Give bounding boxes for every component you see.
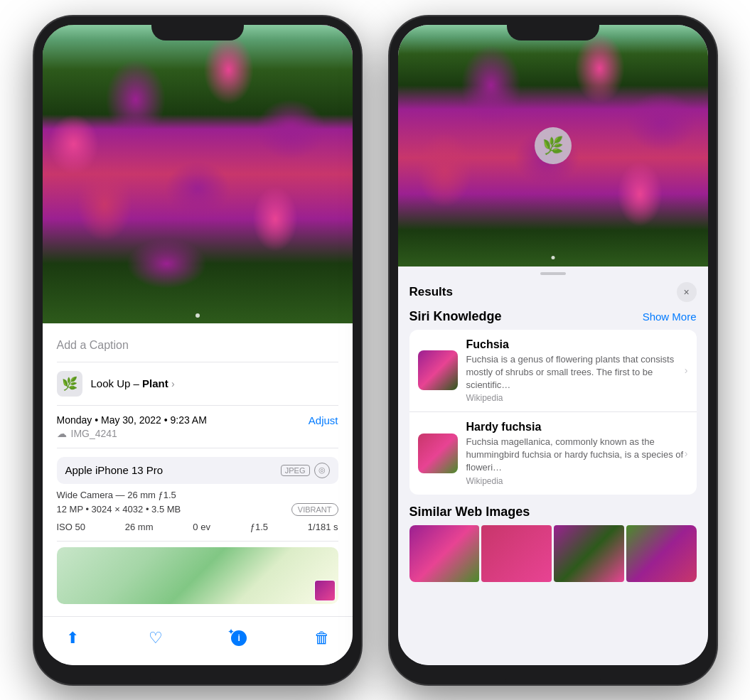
date-row: Monday • May 30, 2022 • 9:23 AM Adjust: [57, 414, 338, 426]
results-header: Results ×: [398, 278, 708, 309]
device-name: Apple iPhone 13 Pro: [65, 464, 164, 476]
visual-lookup-button[interactable]: 🌿: [535, 127, 572, 164]
results-panel: Results × Siri Knowledge Show More Fuchs…: [398, 266, 708, 665]
similar-images-grid: [409, 525, 697, 582]
flower-photo-2[interactable]: 🌿: [398, 25, 708, 266]
mp-specs: 12 MP • 3024 × 4032 • 3.5 MB: [57, 504, 181, 515]
hardy-fuchsia-name: Hardy fuchsia: [466, 421, 688, 434]
knowledge-card: Fuchsia Fuchsia is a genus of flowering …: [409, 330, 697, 495]
home-indicator-1: [150, 678, 245, 682]
similar-image-3[interactable]: [554, 525, 624, 582]
trash-icon: 🗑: [314, 629, 330, 647]
similar-image-1[interactable]: [409, 525, 480, 582]
hardy-fuchsia-chevron-icon: ›: [685, 448, 688, 459]
aperture-value: ƒ1.5: [250, 522, 268, 532]
photo-info-section: Add a Caption 🌿 Look Up – Plant › Monday…: [43, 323, 353, 616]
phone-1: Add a Caption 🌿 Look Up – Plant › Monday…: [34, 16, 361, 684]
results-content[interactable]: Siri Knowledge Show More Fuchsia Fuchsia…: [398, 309, 708, 665]
location-badge: ◎: [314, 463, 330, 478]
hardy-fuchsia-desc: Fuchsia magellanica, commonly known as t…: [466, 436, 688, 475]
lookup-plant-icon: 🌿: [57, 371, 82, 397]
lookup-subject: Plant: [142, 377, 168, 389]
phone-2-screen: 🌿 Results × Siri Knowledge Show More: [398, 25, 708, 665]
filename-text: IMG_4241: [71, 428, 117, 439]
show-more-button[interactable]: Show More: [643, 311, 697, 323]
close-icon: ×: [683, 286, 689, 298]
flower-photo-content: [43, 25, 353, 323]
close-button[interactable]: ×: [677, 282, 697, 302]
phone-2: 🌿 Results × Siri Knowledge Show More: [390, 16, 717, 684]
fuchsia-item[interactable]: Fuchsia Fuchsia is a genus of flowering …: [409, 330, 697, 413]
fuchsia-chevron-icon: ›: [685, 365, 688, 376]
info-button[interactable]: ✦ i: [226, 625, 252, 651]
adjust-button[interactable]: Adjust: [309, 414, 338, 426]
similar-section: Similar Web Images: [409, 505, 697, 582]
device-row: Apple iPhone 13 Pro JPEG ◎: [57, 457, 338, 484]
map-thumbnail: [314, 580, 336, 601]
focal-value: 26 mm: [125, 522, 154, 532]
lookup-row[interactable]: 🌿 Look Up – Plant ›: [57, 362, 338, 406]
device-badges: JPEG ◎: [281, 463, 330, 478]
ev-value: 0 ev: [193, 522, 210, 532]
lookup-label: Look Up – Plant ›: [91, 377, 175, 389]
vibrant-badge: VIBRANT: [291, 503, 338, 516]
similar-image-4[interactable]: [626, 525, 697, 582]
sparkle-icon: ✦: [227, 627, 235, 637]
share-icon: ⬆: [66, 629, 79, 647]
share-button[interactable]: ⬆: [60, 625, 85, 651]
similar-image-2[interactable]: [481, 525, 552, 582]
siri-section-title: Siri Knowledge: [409, 309, 502, 324]
results-title: Results: [409, 285, 453, 299]
page-dot: [195, 313, 200, 318]
leaf-icon: 🌿: [542, 136, 564, 156]
photo-date: Monday • May 30, 2022 • 9:23 AM: [57, 414, 207, 426]
similar-section-title: Similar Web Images: [409, 505, 697, 519]
metadata-section: Monday • May 30, 2022 • 9:23 AM Adjust ☁…: [57, 406, 338, 448]
format-badge: JPEG: [281, 465, 310, 476]
drag-handle[interactable]: [540, 272, 566, 275]
lookup-arrow: ›: [171, 378, 175, 389]
phone-1-screen: Add a Caption 🌿 Look Up – Plant › Monday…: [43, 25, 353, 665]
fuchsia-thumbnail: [418, 350, 458, 390]
hardy-fuchsia-thumbnail: [418, 434, 458, 473]
specs-row: 12 MP • 3024 × 4032 • 3.5 MB VIBRANT: [57, 503, 338, 516]
favorite-button[interactable]: ♡: [143, 625, 168, 651]
caption-input[interactable]: Add a Caption: [57, 333, 338, 362]
bottom-toolbar: ⬆ ♡ ✦ i 🗑: [43, 616, 353, 665]
fuchsia-text: Fuchsia Fuchsia is a genus of flowering …: [466, 338, 688, 404]
hardy-fuchsia-item[interactable]: Hardy fuchsia Fuchsia magellanica, commo…: [409, 412, 697, 495]
cloud-icon: ☁: [57, 428, 67, 439]
page-dot-2: [551, 256, 555, 259]
fuchsia-desc: Fuchsia is a genus of flowering plants t…: [466, 353, 688, 392]
flower-photo[interactable]: [43, 25, 353, 323]
camera-specs: Wide Camera — 26 mm ƒ1.5: [57, 490, 338, 500]
fuchsia-name: Fuchsia: [466, 338, 688, 351]
heart-icon: ♡: [149, 629, 163, 647]
shutter-value: 1/181 s: [308, 522, 338, 532]
notch-2: [507, 16, 599, 41]
hardy-fuchsia-source: Wikipedia: [466, 476, 688, 486]
fuchsia-source: Wikipedia: [466, 393, 688, 403]
filename-row: ☁ IMG_4241: [57, 428, 338, 439]
lookup-prefix: Look Up –: [91, 377, 139, 389]
exif-row: ISO 50 26 mm 0 ev ƒ1.5 1/181 s: [57, 516, 338, 532]
delete-button[interactable]: 🗑: [309, 625, 335, 651]
hardy-fuchsia-text: Hardy fuchsia Fuchsia magellanica, commo…: [466, 421, 688, 486]
home-indicator-2: [505, 678, 601, 682]
siri-knowledge-header: Siri Knowledge Show More: [409, 309, 697, 324]
device-section: Apple iPhone 13 Pro JPEG ◎ Wide Camera —…: [57, 448, 338, 542]
map-section[interactable]: [57, 547, 338, 604]
iso-value: ISO 50: [57, 522, 85, 532]
notch-1: [151, 16, 244, 41]
